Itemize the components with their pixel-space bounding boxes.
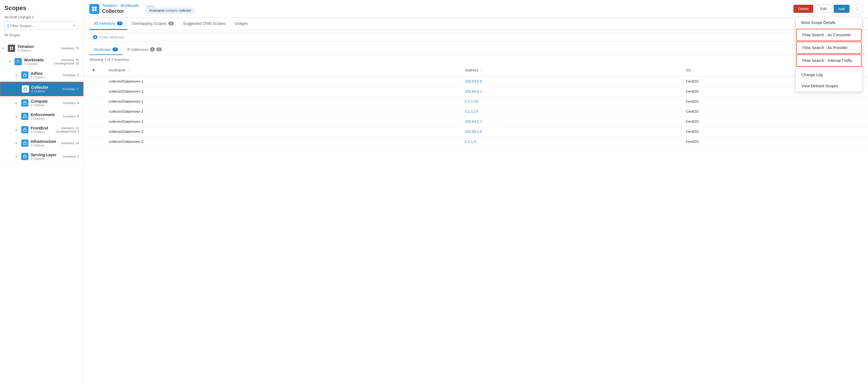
adhoc-meta: Inventory: 5	[63, 73, 79, 77]
sidebar-header: Scopes No Draft Changes ℹ ℹ ✕ 40 Scopes	[0, 0, 84, 41]
tetration-inventory: Inventory: 75	[61, 46, 79, 50]
tetration-icon	[8, 45, 15, 52]
breadcrumb-tetration[interactable]: Tetration	[102, 3, 117, 8]
row-3-os: CentOS	[680, 106, 868, 117]
sub-tab-workloads-badge: 7	[113, 47, 118, 51]
svg-rect-10	[24, 156, 27, 158]
tab-all-inventory[interactable]: All Inventory 7	[89, 18, 127, 30]
row-4-os: CentOS	[680, 117, 868, 127]
col-hostname[interactable]: Hostname ↑	[103, 64, 459, 76]
workloads-meta: Inventory: 75 Uncategorized: 31	[54, 58, 79, 65]
dropdown-item-flow-search-provider[interactable]: Flow Search - As Provider	[796, 41, 862, 54]
dropdown-item-flow-search-internal[interactable]: Flow Search - Internal Traffic	[796, 55, 862, 67]
sidebar: Scopes No Draft Changes ℹ ℹ ✕ 40 Scopes …	[0, 0, 84, 385]
sidebar-item-infrastructure[interactable]: ▸ Infrastructure 4 Children Inventory: 1…	[0, 136, 84, 150]
sidebar-item-serving-layer[interactable]: ▸ Serving Layer 2 Children Inventory: 2	[0, 150, 84, 163]
enforcement-name: Enforcement	[31, 113, 63, 117]
serving-layer-meta: Inventory: 2	[63, 155, 79, 158]
serving-layer-icon	[21, 153, 28, 160]
svg-rect-11	[92, 7, 94, 9]
breadcrumb-workloads[interactable]: Workloads	[121, 3, 139, 8]
row-3-address: 1.1.1.27	[459, 106, 680, 117]
inventory-table: ▼ Hostname ↑ Address ↕ OS ↕	[84, 64, 868, 147]
toggle-workloads[interactable]: ▾	[9, 60, 14, 64]
filter-bar[interactable]: ℹ ✕	[4, 22, 79, 30]
clear-filter-icon[interactable]: ✕	[72, 24, 76, 28]
sub-tabs: Workloads 7 IP Addresses ℹ 0	[84, 44, 868, 55]
dropdown-item-flow-search-consumer[interactable]: Flow Search - As Consumer	[796, 29, 862, 41]
sidebar-item-adhoc[interactable]: ▸ Adhoc 2 Children Inventory: 5	[0, 68, 84, 82]
dropdown-divider	[796, 68, 862, 68]
row-4-filter	[84, 117, 103, 127]
scope-header-left: Tetration : Workloads Collector Query Ho…	[89, 3, 194, 14]
scope-list: ▾ Tetration 5 Children Inventory: 75 ▾	[0, 41, 84, 385]
compute-name: Compute	[31, 99, 63, 103]
workloads-info: Workloads 7 Children	[24, 58, 54, 66]
table-row: collectorDatamover-1 1.1.1.26 CentOS	[84, 97, 868, 106]
dropdown-item-change-log[interactable]: Change Log	[796, 69, 862, 81]
toggle-frontend[interactable]: ▸	[16, 128, 21, 132]
table-row: collectorDatamover-1 100.64.0.0 CentOS	[84, 76, 868, 87]
add-button[interactable]: Add	[834, 5, 849, 13]
attr-placeholder: Enter attributes...	[100, 35, 127, 39]
delete-button[interactable]: Delete	[794, 5, 813, 13]
svg-rect-7	[24, 116, 27, 118]
main-content: Tetration : Workloads Collector Query Ho…	[84, 0, 868, 385]
sidebar-item-frontend[interactable]: ▸ FrontEnd 3 Children Inventory: 12 Unca…	[0, 123, 84, 136]
dropdown-item-view-deleted[interactable]: View Deleted Scopes	[796, 81, 862, 92]
tab-overlapping-badge: 0	[168, 22, 174, 25]
scope-cube-icon	[89, 4, 99, 14]
collector-children: 0 Children	[31, 90, 63, 93]
toggle-compute[interactable]: ▸	[16, 101, 21, 105]
toggle-enforcement[interactable]: ▸	[16, 115, 21, 118]
tab-overlapping-scopes[interactable]: Overlapping Scopes 0	[127, 18, 178, 30]
sub-tab-ip-addresses[interactable]: IP Addresses ℹ 0	[123, 44, 166, 55]
svg-rect-3	[12, 49, 13, 50]
dropdown-item-more-scope-details[interactable]: More Scope Details	[796, 17, 862, 28]
tab-suggested-child-scopes[interactable]: Suggested Child Scopes	[178, 18, 230, 30]
filter-row: ℹ Enter attributes...	[84, 30, 868, 44]
toggle-collector[interactable]	[16, 87, 22, 91]
toggle-adhoc[interactable]: ▸	[16, 73, 21, 77]
sidebar-item-compute[interactable]: ▸ Compute 2 Children Inventory: 4	[0, 96, 84, 110]
compute-meta: Inventory: 4	[63, 101, 79, 105]
info-icon: ℹ	[32, 15, 34, 19]
row-5-os: CentOS	[680, 127, 868, 137]
col-address[interactable]: Address ↕	[459, 64, 680, 76]
tab-usages[interactable]: Usages	[230, 18, 252, 30]
serving-layer-children: 2 Children	[31, 157, 63, 160]
workloads-name: Workloads	[24, 58, 54, 62]
sidebar-item-tetration[interactable]: ▾ Tetration 5 Children Inventory: 75	[0, 41, 84, 55]
compute-inventory: Inventory: 4	[63, 101, 79, 105]
infrastructure-meta: Inventory: 14	[61, 141, 79, 145]
attribute-input[interactable]: ℹ Enter attributes...	[89, 33, 862, 41]
frontend-meta: Inventory: 12 Uncategorized: 3	[56, 126, 79, 133]
sidebar-item-workloads[interactable]: ▾ Workloads 7 Children Inventory: 75 Unc…	[0, 55, 84, 68]
breadcrumb-sep: :	[118, 3, 120, 8]
more-button[interactable]: ⋮	[852, 4, 862, 13]
toggle-serving-layer[interactable]: ▸	[16, 155, 21, 158]
sub-tab-workloads[interactable]: Workloads 7	[89, 44, 123, 55]
adhoc-name: Adhoc	[31, 71, 63, 75]
filter-col-header: ▼	[84, 64, 103, 76]
infrastructure-info: Infrastructure 4 Children	[31, 139, 61, 147]
table-header: ▼ Hostname ↑ Address ↕ OS ↕	[84, 64, 868, 76]
adhoc-icon	[21, 71, 28, 79]
infrastructure-children: 4 Children	[31, 144, 61, 147]
row-4-address: 100.64.1.1	[459, 117, 680, 127]
table-body: collectorDatamover-1 100.64.0.0 CentOS c…	[84, 76, 868, 147]
sidebar-item-collector[interactable]: Collector 0 Children Inventory: 7	[0, 82, 84, 96]
tetration-name: Tetration	[17, 44, 61, 49]
sidebar-item-enforcement[interactable]: ▸ Enforcement 2 Children Inventory: 0	[0, 110, 84, 123]
serving-layer-info: Serving Layer 2 Children	[31, 153, 63, 160]
tab-usages-label: Usages	[235, 21, 248, 26]
toggle-infrastructure[interactable]: ▸	[16, 141, 21, 145]
table-row: collectorDatamover-1 100.64.0.1 CentOS	[84, 87, 868, 97]
svg-rect-0	[10, 47, 11, 48]
frontend-children: 3 Children	[31, 130, 56, 134]
column-filter-button[interactable]: ▼	[89, 67, 98, 73]
filter-input[interactable]	[10, 24, 72, 28]
toggle-tetration[interactable]: ▾	[2, 46, 8, 50]
edit-button[interactable]: Edit	[815, 5, 831, 13]
enforcement-children: 2 Children	[31, 117, 63, 120]
